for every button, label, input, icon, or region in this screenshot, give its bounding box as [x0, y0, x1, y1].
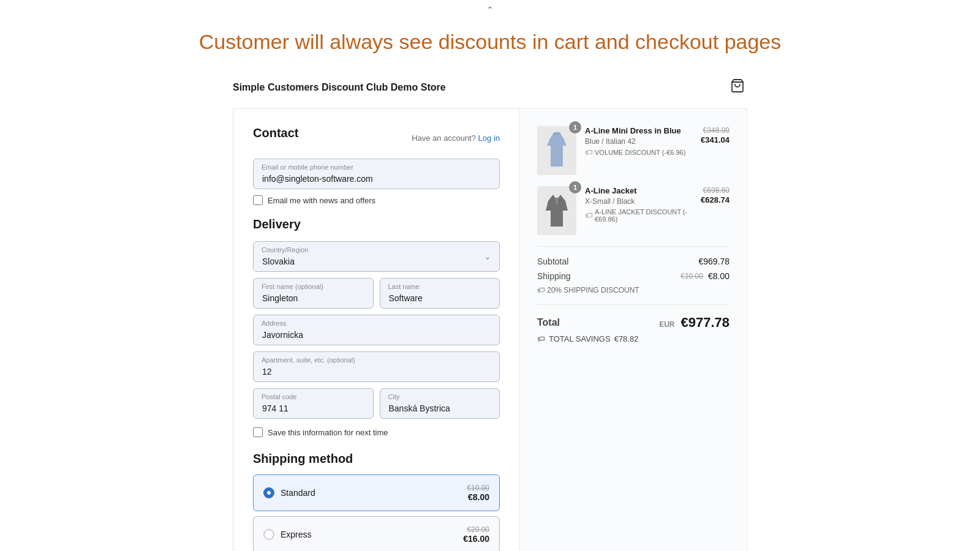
savings-icon: 🏷	[537, 334, 545, 343]
item-2-prices: €698.60 €628.74	[701, 186, 729, 204]
address-wrapper: Address	[253, 315, 500, 345]
shipping-prices: €10.00 €8.00	[680, 271, 729, 281]
first-name-wrapper: First name (optional)	[253, 278, 374, 309]
total-currency: EUR	[659, 320, 674, 329]
item-1-name: A-Line Mini Dress in Blue	[585, 126, 692, 135]
subtotal-row: Subtotal €969.78	[537, 257, 729, 266]
shipping-option-express[interactable]: Express €20.00 €16.00	[253, 516, 500, 551]
shipping-option-standard[interactable]: Standard €10.00 €8.00	[253, 474, 500, 511]
total-price-group: EUR €977.78	[659, 315, 729, 331]
express-price-discounted: €16.00	[463, 534, 489, 544]
shipping-discount-row: 🏷 20% SHIPPING DISCOUNT	[537, 286, 729, 294]
express-price-original: €20.00	[463, 525, 489, 534]
item-1-price-original: €348.00	[701, 126, 729, 135]
contact-title: Contact	[253, 126, 298, 140]
item-1-price-final: €341.04	[701, 135, 729, 144]
newsletter-label[interactable]: Email me with news and offers	[268, 196, 375, 205]
savings-label: TOTAL SAVINGS	[549, 334, 611, 343]
item-2-price-original: €698.60	[701, 186, 729, 195]
postal-input[interactable]	[253, 388, 374, 419]
jacket-icon	[545, 192, 569, 229]
subtotal-label: Subtotal	[537, 257, 568, 266]
standard-name: Standard	[281, 488, 315, 498]
express-name: Express	[281, 530, 312, 539]
item-2-discount-label: A-LINE JACKET DISCOUNT (-€69.86)	[595, 208, 692, 223]
name-row: First name (optional) Last name	[253, 278, 500, 309]
total-value: €977.78	[680, 315, 729, 331]
last-name-input[interactable]	[380, 278, 500, 309]
checkout-form: Contact Have an account? Log in Email or…	[233, 109, 520, 551]
newsletter-checkbox[interactable]	[253, 195, 263, 205]
last-name-wrapper: Last name	[380, 278, 500, 309]
log-in-link[interactable]: Log in	[478, 133, 500, 143]
shipping-row: Shipping €10.00 €8.00	[537, 271, 729, 281]
hero-title: Customer will always see discounts in ca…	[0, 17, 980, 69]
summary-divider-1	[537, 246, 729, 247]
discount-tag-icon-1: 🏷	[585, 148, 592, 157]
have-account-text: Have an account? Log in	[412, 133, 500, 143]
shipping-label: Shipping	[537, 271, 571, 281]
shipping-section: Shipping method Standard €10.00 €8.00	[253, 452, 500, 551]
summary-divider-2	[537, 304, 729, 305]
postal-wrapper: Postal code	[253, 388, 374, 419]
main-layout: Contact Have an account? Log in Email or…	[233, 109, 747, 551]
shipping-final-price: €8.00	[708, 271, 729, 281]
item-1-image-wrapper: 1	[537, 126, 576, 175]
newsletter-row: Email me with news and offers	[253, 195, 500, 205]
standard-radio	[263, 487, 274, 498]
shipping-option-standard-left: Standard	[263, 487, 315, 498]
total-row: Total EUR €977.78	[537, 315, 729, 331]
save-info-label[interactable]: Save this information for next time	[268, 428, 388, 437]
express-price-col: €20.00 €16.00	[463, 525, 489, 544]
order-item-1: 1 A-Line Mini Dress in Blue Blue / Itali…	[537, 126, 729, 175]
save-info-checkbox[interactable]	[253, 427, 263, 437]
contact-section-header: Contact Have an account? Log in	[253, 126, 500, 150]
standard-price-original: €10.00	[467, 484, 489, 492]
standard-price-col: €10.00 €8.00	[467, 484, 489, 502]
order-item-2: 1 A-Line Jacket X-Small / Black 🏷 A-LINE…	[537, 186, 729, 235]
savings-value: €78.82	[614, 334, 639, 343]
item-1-discount-label: VOLUME DISCOUNT (-€6.96)	[595, 149, 685, 156]
item-1-details: A-Line Mini Dress in Blue Blue / Italian…	[585, 126, 692, 157]
item-1-variant: Blue / Italian 42	[585, 137, 692, 146]
apt-input[interactable]	[253, 351, 500, 382]
item-2-image	[537, 186, 576, 235]
save-info-row: Save this information for next time	[253, 427, 500, 437]
city-wrapper: City	[380, 388, 500, 419]
item-2-price-final: €628.74	[701, 195, 729, 204]
country-select[interactable]: Slovakia	[253, 241, 500, 272]
email-field-wrapper: Email or mobile phone number	[253, 159, 500, 189]
address-input[interactable]	[253, 315, 500, 345]
first-name-input[interactable]	[253, 278, 374, 309]
item-2-discount: 🏷 A-LINE JACKET DISCOUNT (-€69.86)	[585, 208, 692, 223]
country-select-wrapper: Country/Region Slovakia ⌄	[253, 241, 500, 272]
item-2-badge: 1	[569, 181, 581, 193]
shipping-option-express-left: Express	[263, 529, 312, 540]
total-savings-row: 🏷 TOTAL SAVINGS €78.82	[537, 334, 729, 343]
delivery-section: Delivery Country/Region Slovakia ⌄ First…	[253, 217, 500, 437]
cart-icon	[730, 78, 745, 93]
email-input[interactable]	[253, 159, 500, 189]
delivery-title: Delivery	[253, 217, 500, 231]
store-name: Simple Customers Discount Club Demo Stor…	[233, 82, 446, 93]
shipping-title: Shipping method	[253, 452, 500, 466]
subtotal-value: €969.78	[698, 257, 729, 266]
express-radio	[263, 529, 274, 540]
item-2-details: A-Line Jacket X-Small / Black 🏷 A-LINE J…	[585, 186, 692, 223]
order-summary: 1 A-Line Mini Dress in Blue Blue / Itali…	[520, 109, 747, 551]
item-1-image	[537, 126, 576, 175]
item-2-variant: X-Small / Black	[585, 197, 692, 206]
scroll-up-indicator[interactable]: ⌃	[0, 0, 980, 17]
total-label: Total	[537, 317, 560, 328]
dress-icon	[545, 132, 569, 169]
store-header: Simple Customers Discount Club Demo Stor…	[233, 69, 747, 109]
item-1-prices: €348.00 €341.04	[701, 126, 729, 144]
city-input[interactable]	[380, 388, 500, 419]
cart-button[interactable]	[728, 76, 747, 99]
shipping-discount-label: 20% SHIPPING DISCOUNT	[547, 286, 639, 294]
item-1-badge: 1	[569, 121, 581, 133]
discount-tag-icon-2: 🏷	[585, 211, 592, 220]
item-2-name: A-Line Jacket	[585, 186, 692, 195]
shipping-discount-icon: 🏷	[537, 286, 545, 294]
standard-price-discounted: €8.00	[468, 492, 489, 502]
